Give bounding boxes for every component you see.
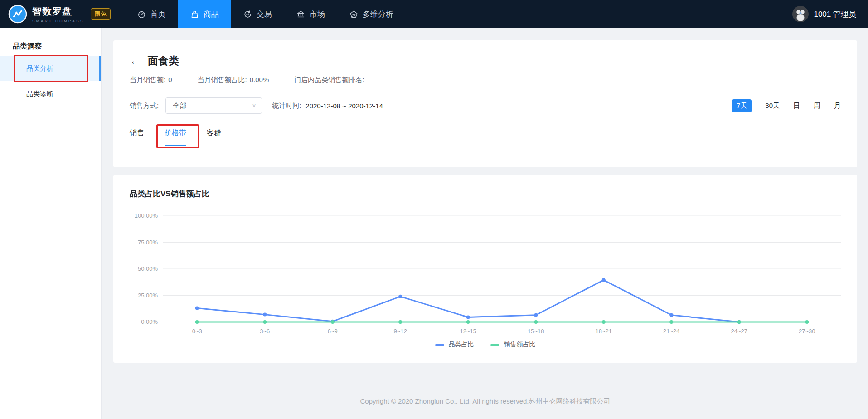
sidebar-item-label: 品类诊断 bbox=[26, 90, 53, 97]
legend-label: 品类占比 bbox=[449, 341, 474, 349]
nav-item-trade[interactable]: 交易 bbox=[231, 0, 284, 28]
svg-text:24~27: 24~27 bbox=[731, 328, 747, 335]
range-button-30d[interactable]: 30天 bbox=[765, 102, 780, 110]
nav-item-label: 首页 bbox=[150, 9, 166, 19]
page-title: 面食类 bbox=[148, 54, 179, 68]
stat-time-range: 2020-12-08 ~ 2020-12-14 bbox=[305, 102, 383, 110]
legend-dash-icon bbox=[490, 344, 499, 346]
user-menu[interactable]: 1001 管理员 bbox=[792, 6, 856, 22]
line-chart: 100.00%75.00%50.00%25.00%0.00%0~33~66~99… bbox=[130, 204, 841, 340]
app-subtitle: SMART COMPASS bbox=[32, 19, 84, 23]
sale-type-label: 销售方式: bbox=[130, 102, 159, 110]
sidebar-item-category-diagnosis[interactable]: 品类诊断 bbox=[0, 81, 101, 107]
stat-label: 门店内品类销售额排名: bbox=[294, 76, 364, 83]
svg-text:0~3: 0~3 bbox=[192, 328, 202, 335]
range-button-week[interactable]: 周 bbox=[814, 102, 820, 110]
svg-text:50.00%: 50.00% bbox=[138, 265, 158, 272]
logo-text: 智数罗盘 SMART COMPASS bbox=[32, 5, 84, 23]
compass-logo-icon bbox=[8, 5, 27, 24]
svg-text:15~18: 15~18 bbox=[528, 328, 544, 335]
svg-text:75.00%: 75.00% bbox=[138, 239, 158, 246]
main-nav: 首页 商品 交易 市场 bbox=[125, 0, 406, 28]
active-indicator-bar bbox=[99, 56, 101, 81]
sidebar-item-category-analysis[interactable]: 品类分析 bbox=[0, 56, 101, 81]
logo[interactable]: 智数罗盘 SMART COMPASS 限免 bbox=[0, 5, 111, 24]
svg-text:25.00%: 25.00% bbox=[138, 292, 158, 299]
svg-text:6~9: 6~9 bbox=[328, 328, 338, 335]
chevron-down-icon: ∨ bbox=[252, 99, 257, 112]
tabs: 销售 价格带 客群 bbox=[130, 128, 841, 146]
back-icon[interactable]: ← bbox=[130, 56, 140, 66]
svg-text:18~21: 18~21 bbox=[595, 328, 612, 335]
chart-canvas: 100.00%75.00%50.00%25.00%0.00%0~33~66~99… bbox=[130, 204, 841, 338]
nav-item-label: 商品 bbox=[204, 9, 219, 19]
range-button-7d[interactable]: 7天 bbox=[732, 99, 752, 112]
sidebar-group-title: 品类洞察 bbox=[0, 28, 101, 51]
tab-sales[interactable]: 销售 bbox=[130, 128, 144, 146]
svg-text:3~6: 3~6 bbox=[260, 328, 270, 335]
chart-card: 品类占比VS销售额占比 100.00%75.00%50.00%25.00%0.0… bbox=[113, 175, 857, 363]
nav-item-goods[interactable]: 商品 bbox=[178, 0, 231, 28]
svg-text:100.00%: 100.00% bbox=[135, 212, 158, 219]
stat-time-label: 统计时间: bbox=[272, 102, 301, 110]
tab-customers[interactable]: 客群 bbox=[207, 128, 221, 146]
title-row: ← 面食类 bbox=[130, 40, 841, 68]
legend-item-category-ratio[interactable]: 品类占比 bbox=[435, 341, 474, 349]
stat-value: 0.00% bbox=[250, 76, 269, 83]
legend-item-sales-ratio[interactable]: 销售额占比 bbox=[490, 341, 536, 349]
market-icon bbox=[296, 10, 305, 19]
trade-icon bbox=[243, 10, 252, 19]
stat-value: 0 bbox=[168, 76, 172, 83]
nav-item-label: 市场 bbox=[310, 9, 325, 19]
goods-icon bbox=[190, 10, 199, 19]
sale-type-select[interactable]: 全部 ∨ bbox=[165, 97, 262, 114]
select-value: 全部 bbox=[173, 102, 186, 109]
nav-item-home[interactable]: 首页 bbox=[125, 0, 178, 28]
username: 1001 管理员 bbox=[814, 9, 856, 19]
svg-text:0.00%: 0.00% bbox=[141, 318, 158, 325]
nav-item-label: 多维分析 bbox=[363, 9, 393, 19]
stats-row: 当月销售额:0 当月销售额占比:0.00% 门店内品类销售额排名: bbox=[130, 76, 841, 84]
dashboard-icon bbox=[137, 10, 146, 19]
stat-store-rank: 门店内品类销售额排名: bbox=[294, 76, 367, 84]
multi-analysis-icon bbox=[349, 10, 358, 19]
legend-label: 销售额占比 bbox=[504, 341, 536, 349]
chart-legend: 品类占比 销售额占比 bbox=[130, 341, 841, 349]
copyright: Copyright © 2020 Zhonglun Co., Ltd. All … bbox=[113, 397, 857, 406]
main-content: ← 面食类 当月销售额:0 当月销售额占比:0.00% 门店内品类销售额排名: … bbox=[102, 28, 868, 419]
tab-label: 销售 bbox=[130, 129, 144, 136]
tab-label: 客群 bbox=[207, 129, 221, 136]
range-button-month[interactable]: 月 bbox=[834, 102, 841, 110]
top-navbar: 智数罗盘 SMART COMPASS 限免 首页 商品 bbox=[0, 0, 868, 28]
nav-item-market[interactable]: 市场 bbox=[284, 0, 337, 28]
sidebar: 品类洞察 品类分析 品类诊断 bbox=[0, 28, 102, 419]
nav-item-multi-analysis[interactable]: 多维分析 bbox=[337, 0, 406, 28]
svg-text:21~24: 21~24 bbox=[663, 328, 680, 335]
range-button-group: 7天 30天 日 周 月 bbox=[732, 99, 841, 112]
sidebar-item-label: 品类分析 bbox=[26, 64, 53, 72]
stat-label: 当月销售额: bbox=[130, 76, 165, 83]
legend-dash-icon bbox=[435, 344, 444, 346]
stat-month-sales: 当月销售额:0 bbox=[130, 76, 172, 84]
chart-title: 品类占比VS销售额占比 bbox=[130, 189, 841, 199]
svg-text:9~12: 9~12 bbox=[394, 328, 407, 335]
svg-text:12~15: 12~15 bbox=[460, 328, 476, 335]
filter-row: 销售方式: 全部 ∨ 统计时间: 2020-12-08 ~ 2020-12-14… bbox=[130, 97, 841, 114]
nav-item-label: 交易 bbox=[257, 9, 272, 19]
tab-price-band[interactable]: 价格带 bbox=[165, 128, 186, 146]
range-button-day[interactable]: 日 bbox=[793, 102, 800, 110]
tab-label: 价格带 bbox=[165, 129, 186, 136]
svg-text:27~30: 27~30 bbox=[799, 328, 815, 335]
stat-label: 当月销售额占比: bbox=[198, 76, 247, 83]
app-title: 智数罗盘 bbox=[32, 5, 84, 18]
category-header-card: ← 面食类 当月销售额:0 当月销售额占比:0.00% 门店内品类销售额排名: … bbox=[113, 40, 857, 167]
avatar bbox=[792, 6, 809, 22]
stat-month-sales-ratio: 当月销售额占比:0.00% bbox=[198, 76, 269, 84]
free-trial-badge: 限免 bbox=[91, 8, 111, 20]
